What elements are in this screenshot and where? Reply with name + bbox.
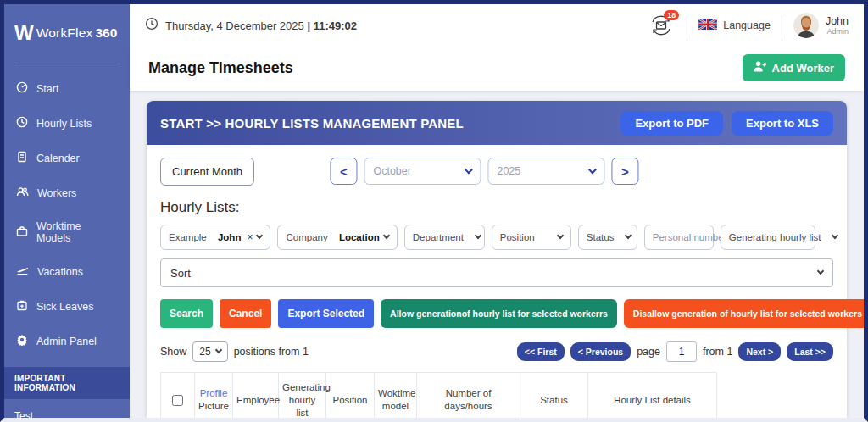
plane-icon — [16, 264, 29, 279]
next-month-button[interactable]: > — [611, 158, 638, 185]
header-details: Hourly List details — [588, 373, 717, 419]
worker-filter-select[interactable]: Example John × — [160, 225, 270, 250]
next-page-button[interactable]: Next > — [738, 342, 781, 361]
page-label: page — [637, 346, 660, 358]
main-area: Thursday, 4 December 2025 | 11:49:02 18 — [130, 4, 864, 418]
chevron-down-icon — [625, 232, 632, 239]
personal-number-input[interactable]: Personal number — [644, 225, 714, 250]
disallow-generation-button[interactable]: Disallow generation of hourly list for s… — [624, 299, 864, 328]
last-page-button[interactable]: Last >> — [787, 342, 833, 361]
allow-generation-button[interactable]: Allow generationof hourly list for selec… — [381, 299, 617, 328]
action-buttons: Search Cancel Export Selected Allow gene… — [160, 299, 833, 328]
page-from-label: from 1 — [703, 346, 732, 358]
chevron-down-icon — [465, 165, 473, 174]
company-location-select[interactable]: Company Location — [277, 225, 397, 250]
current-month-button[interactable]: Current Month — [160, 158, 254, 186]
header-generating: Generatinghourly list — [279, 373, 326, 419]
clock-icon — [16, 116, 28, 130]
chevron-down-icon — [383, 232, 390, 239]
page-number-input[interactable] — [666, 341, 697, 362]
sort-select[interactable]: Sort — [160, 258, 833, 287]
mail-badge: 18 — [664, 10, 679, 20]
header-profile-picture: ProfilePicture — [195, 373, 233, 419]
previous-page-button[interactable]: < Previous — [570, 342, 631, 361]
sidebar-item-label: Vacations — [37, 266, 83, 278]
hourly-lists-panel: START >> HOURLY LISTS MANAGEMENT PANEL E… — [147, 101, 847, 418]
file-icon — [16, 151, 28, 165]
first-page-button[interactable]: << First — [517, 342, 565, 361]
person-add-icon — [754, 61, 766, 75]
current-time: 11:49:02 — [314, 19, 357, 32]
sidebar-section-header: IMPORTANT INFORMATION — [4, 367, 130, 399]
chevron-down-icon — [475, 232, 481, 239]
topbar: Thursday, 4 December 2025 | 11:49:02 18 — [130, 4, 864, 47]
app-frame: WWorkFlex360 Start Hourly Lists Calender… — [0, 0, 868, 422]
pagination-bar: Show 25 positions from 1 << First < Prev… — [160, 341, 833, 362]
sidebar-divider — [14, 64, 120, 64]
sidebar-item-vacations[interactable]: Vacations — [4, 256, 130, 287]
sidebar-item-sick-leaves[interactable]: Sick Leaves — [4, 291, 130, 322]
sidebar-item-test[interactable]: Test — [4, 399, 130, 422]
clock-icon — [145, 17, 159, 34]
sidebar-item-label: Workers — [37, 187, 76, 199]
sidebar-item-label: Worktime Models — [36, 220, 118, 244]
table-header-row: ProfilePicture Employee Generatinghourly… — [161, 373, 717, 419]
position-select[interactable]: Position — [492, 225, 571, 250]
sidebar-item-calender[interactable]: Calender — [4, 142, 130, 174]
export-selected-button[interactable]: Export Selected — [278, 299, 374, 328]
mail-sync-button[interactable]: 18 — [647, 13, 676, 38]
add-worker-button[interactable]: Add Worker — [743, 54, 845, 81]
chevron-down-icon — [588, 165, 597, 174]
medkit-icon — [16, 299, 28, 314]
sidebar-item-label: Sick Leaves — [36, 301, 93, 313]
header-days-hours: Number of days/hours — [417, 373, 520, 419]
positions-label: positions from 1 — [234, 346, 309, 358]
department-select[interactable]: Department — [404, 225, 485, 250]
year-select[interactable]: 2025 — [487, 158, 604, 185]
clear-filter-icon[interactable]: × — [247, 231, 253, 243]
status-select[interactable]: Status — [578, 225, 637, 250]
topbar-divider — [687, 14, 687, 36]
user-name: John — [826, 15, 849, 27]
header-status: Status — [520, 373, 588, 419]
page-title: Manage Timesheets — [148, 59, 293, 77]
sidebar-item-workers[interactable]: Workers — [4, 177, 130, 208]
logo-text: WorkFlex — [36, 25, 93, 41]
show-label: Show — [160, 346, 186, 358]
export-xls-button[interactable]: Export to XLS — [732, 111, 833, 136]
app-screen: WWorkFlex360 Start Hourly Lists Calender… — [0, 0, 868, 422]
briefcase-icon — [16, 225, 28, 240]
panel-body: Current Month < October 2025 > H — [147, 145, 847, 418]
dashboard-icon — [16, 81, 28, 96]
chevron-down-icon — [557, 232, 564, 239]
sidebar-item-label: Admin Panel — [36, 336, 97, 347]
search-button[interactable]: Search — [160, 299, 213, 328]
page-size-select[interactable]: 25 — [192, 341, 227, 362]
breadcrumb: START >> HOURLY LISTS MANAGEMENT PANEL — [160, 116, 464, 130]
month-controls: Current Month < October 2025 > — [160, 157, 833, 186]
select-all-checkbox[interactable] — [172, 395, 183, 406]
page-title-bar: Manage Timesheets Add Worker — [130, 47, 864, 91]
gear-icon — [16, 334, 28, 348]
hourly-lists-table: ProfilePicture Employee Generatinghourly… — [160, 372, 717, 418]
sidebar-item-label: Calender — [36, 153, 80, 164]
export-pdf-button[interactable]: Export to PDF — [620, 111, 723, 136]
sidebar-item-label: Hourly Lists — [36, 118, 92, 130]
cancel-button[interactable]: Cancel — [220, 299, 271, 328]
sidebar-item-admin-panel[interactable]: Admin Panel — [4, 325, 130, 357]
generating-hourly-list-select[interactable]: Generating hourly list — [721, 225, 815, 250]
chevron-down-icon — [214, 347, 221, 353]
sidebar-item-start[interactable]: Start — [4, 73, 130, 104]
logo-monogram-icon: W — [14, 23, 34, 43]
sidebar-item-worktime-models[interactable]: Worktime Models — [4, 212, 130, 253]
header-employee: Employee — [233, 373, 279, 419]
user-menu[interactable]: John Admin — [793, 13, 849, 38]
app-logo: WWorkFlex360 — [4, 4, 130, 47]
prev-month-button[interactable]: < — [330, 158, 357, 185]
language-selector[interactable]: Language — [698, 19, 771, 32]
filters-row: Example John × Company Location Departme… — [160, 225, 833, 250]
month-select[interactable]: October — [364, 158, 481, 185]
sidebar-item-hourly-lists[interactable]: Hourly Lists — [4, 108, 130, 139]
language-label: Language — [723, 19, 771, 31]
uk-flag-icon — [698, 19, 717, 32]
